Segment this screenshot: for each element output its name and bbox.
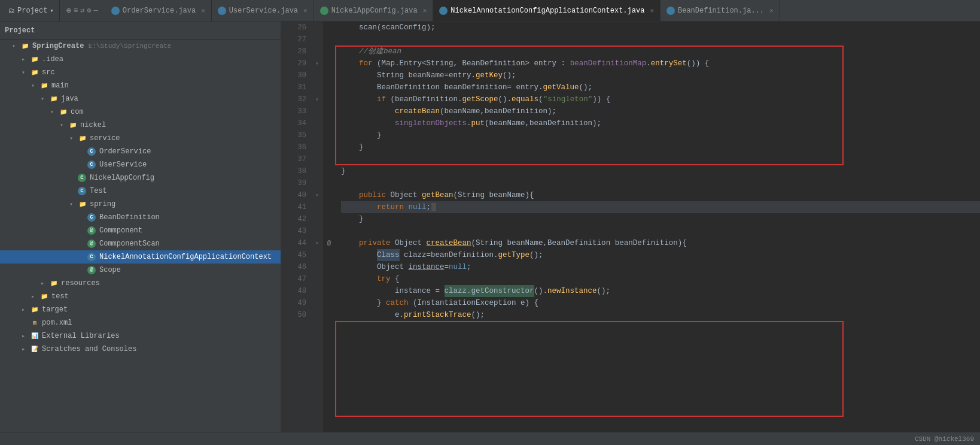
tree-label-spring: spring xyxy=(90,200,115,208)
ln-46: 46 xyxy=(281,261,306,273)
tree-item-Commponent[interactable]: ▸ @ Commponent xyxy=(0,224,281,237)
gutter-38 xyxy=(311,165,323,177)
ln-30: 30 xyxy=(281,69,306,81)
tree-label-Scope: Scope xyxy=(99,266,121,274)
gutter-34 xyxy=(311,117,323,129)
gutter-35 xyxy=(311,129,323,141)
tab-close-NickelAnnotation[interactable]: ✕ xyxy=(650,7,654,14)
tree-item-CommponentScan[interactable]: ▸ @ CommponentScan xyxy=(0,237,281,250)
tree-item-NickelAppConfig[interactable]: ▸ C NickelAppConfig xyxy=(0,171,281,184)
tree-label-service: service xyxy=(90,134,120,143)
ln-31: 31 xyxy=(281,81,306,93)
gutter-39 xyxy=(311,177,323,189)
ln-50: 50 xyxy=(281,309,306,321)
tree-item-Scope[interactable]: ▸ @ Scope xyxy=(0,264,281,277)
gutter-44[interactable]: ▾ xyxy=(311,237,323,249)
tree-label-external: External Libraries xyxy=(42,332,120,340)
tree-item-resources[interactable]: ▸ 📁 resources xyxy=(0,277,281,290)
tab-UserService[interactable]: UserService.java ✕ xyxy=(212,0,314,21)
interface-icon-Commponent: @ xyxy=(87,226,96,235)
tab-NickelAnnotation[interactable]: NickelAnnotationConfigApplicationContext… xyxy=(433,0,661,21)
tree-item-com[interactable]: ▾ 📁 com xyxy=(0,105,281,119)
tree-item-OrderService[interactable]: ▸ C OrderService xyxy=(0,145,281,158)
gutter-36 xyxy=(311,141,323,153)
toolbar-btn-1[interactable]: ⊕ xyxy=(66,5,71,16)
code-line-26: scan(scanConfig); xyxy=(341,22,980,34)
gutter-26 xyxy=(311,22,323,34)
tree-item-main[interactable]: ▾ 📁 main xyxy=(0,79,281,92)
tree-label-CommponentScan: CommponentScan xyxy=(99,240,160,248)
tab-OrderService[interactable]: OrderService.java ✕ xyxy=(105,0,212,21)
tab-close-OrderService[interactable]: ✕ xyxy=(201,7,205,14)
gutter-40[interactable]: ▾ xyxy=(311,189,323,201)
tree-item-idea[interactable]: ▸ 📁 .idea xyxy=(0,53,281,66)
tree-item-service[interactable]: ▾ 📁 service xyxy=(0,132,281,145)
folder-icon-nickel: 📁 xyxy=(68,120,78,130)
tab-icon-UserService xyxy=(218,7,226,15)
tree-label-main: main xyxy=(51,81,69,90)
tab-label-OrderService: OrderService.java xyxy=(123,7,196,15)
toolbar-btn-2[interactable]: ≡ xyxy=(74,7,78,15)
tree-label-resources: resources xyxy=(61,279,100,287)
code-lines[interactable]: scan(scanConfig); //创建bean for (Map.Entr… xyxy=(335,22,980,432)
gutter-49 xyxy=(311,297,323,309)
scratches-icon: 📝 xyxy=(30,344,39,354)
gutter-41 xyxy=(311,201,323,213)
code-content: 26 27 28 29 30 31 32 33 34 35 36 37 38 3… xyxy=(281,22,980,432)
tab-close-BeanDefinition[interactable]: ✕ xyxy=(769,7,774,14)
tab-icon-NickelAnnotation xyxy=(439,7,448,15)
code-line-35: } xyxy=(341,129,980,141)
tab-BeanDefinition[interactable]: BeanDefinition.ja... ✕ xyxy=(661,0,780,21)
ln-37: 37 xyxy=(281,153,306,165)
tree-item-external[interactable]: ▸ 📊 External Libraries xyxy=(0,329,281,343)
ln-47: 47 xyxy=(281,273,306,285)
class-icon-NickelAppConfig: C xyxy=(78,174,86,182)
tree-item-nickel[interactable]: ▾ 📁 nickel xyxy=(0,119,281,132)
tree-item-target[interactable]: ▸ 📁 target xyxy=(0,303,281,316)
code-line-37 xyxy=(341,153,980,165)
sidebar-title: Project xyxy=(5,26,35,35)
tree-item-BeanDefinition[interactable]: ▸ C BeanDefinition xyxy=(0,211,281,224)
tree-item-java[interactable]: ▾ 📁 java xyxy=(0,92,281,105)
code-line-49: } catch (InstantiationException e) { xyxy=(341,297,980,309)
line-numbers: 26 27 28 29 30 31 32 33 34 35 36 37 38 3… xyxy=(281,22,311,432)
tree-label-OrderService: OrderService xyxy=(99,147,151,156)
ln-48: 48 xyxy=(281,285,306,297)
toolbar-btn-4[interactable]: ⚙ xyxy=(87,6,91,15)
tree-item-src[interactable]: ▾ 📁 src xyxy=(0,66,281,79)
tree-item-spring[interactable]: ▾ 📁 spring xyxy=(0,198,281,211)
tree-item-pom[interactable]: ▸ m pom.xml xyxy=(0,316,281,329)
tab-NickelAppConfig[interactable]: NickelAppConfig.java ✕ xyxy=(314,0,434,21)
tree-label-com: com xyxy=(71,108,84,116)
tab-icon-OrderService xyxy=(111,7,120,15)
code-line-28: //创建bean xyxy=(341,46,980,57)
tree-item-test[interactable]: ▸ 📁 test xyxy=(0,290,281,303)
tab-close-UserService[interactable]: ✕ xyxy=(303,7,308,14)
toolbar-btn-3[interactable]: ⇄ xyxy=(80,6,84,15)
ln-40: 40 xyxy=(281,189,306,201)
class-icon-NickelAnnotation: C xyxy=(87,253,96,261)
toolbar-btn-5[interactable]: — xyxy=(94,7,98,15)
project-name: SpringCreate E:\Study\SpringCreate xyxy=(32,42,171,50)
tree-item-project-root[interactable]: ▾ 📁 SpringCreate E:\Study\SpringCreate xyxy=(0,40,281,53)
ln-26: 26 xyxy=(281,22,306,34)
class-icon-OrderService: C xyxy=(87,147,96,156)
tree-item-NickelAnnotation[interactable]: ▸ C NickelAnnotationConfigApplicationCon… xyxy=(0,250,281,264)
gutter-32[interactable]: ▾ xyxy=(311,93,323,105)
folder-icon-target: 📁 xyxy=(30,305,39,314)
ln-49: 49 xyxy=(281,297,306,309)
gutter-29[interactable]: ▾ xyxy=(311,57,323,69)
ln-35: 35 xyxy=(281,129,306,141)
tree-item-UserService[interactable]: ▸ C UserService xyxy=(0,158,281,171)
ln-43: 43 xyxy=(281,225,306,237)
gutter-46 xyxy=(311,261,323,273)
tree-label-test: test xyxy=(51,292,69,301)
tab-bar: 🗂 Project ▾ ⊕ ≡ ⇄ ⚙ — OrderService.java … xyxy=(0,0,980,22)
tree-item-Test[interactable]: ▸ C Test xyxy=(0,184,281,198)
tree-item-scratches[interactable]: ▸ 📝 Scratches and Consoles xyxy=(0,343,281,356)
bookmark-icon-44: @ xyxy=(323,237,335,249)
tab-label-BeanDefinition: BeanDefinition.ja... xyxy=(678,7,764,15)
project-toolbar: 🗂 Project ▾ xyxy=(2,0,60,21)
code-line-38: } xyxy=(341,165,980,177)
tab-close-NickelAppConfig[interactable]: ✕ xyxy=(423,7,427,14)
